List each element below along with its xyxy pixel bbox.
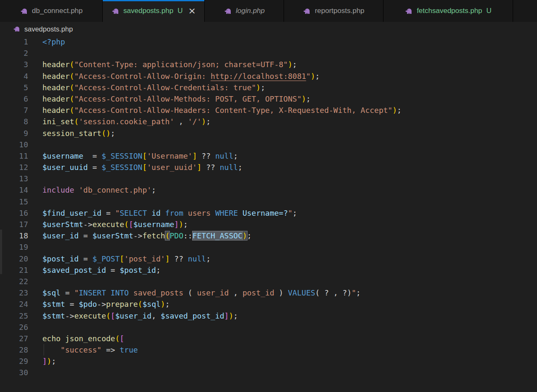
line-number: 8 bbox=[0, 116, 42, 127]
git-untracked-badge: U bbox=[486, 7, 491, 15]
code-line[interactable]: 2 bbox=[0, 47, 537, 59]
code-line[interactable]: 28 "success" => true bbox=[0, 344, 537, 355]
line-number: 7 bbox=[0, 105, 42, 116]
indent-guide bbox=[44, 344, 44, 355]
tab-label: fetchsavedposts.php bbox=[417, 7, 482, 15]
line-number: 16 bbox=[0, 207, 42, 219]
php-elephant-icon bbox=[111, 8, 120, 15]
code-line[interactable]: 14include 'db_connect.php'; bbox=[0, 184, 537, 196]
line-number: 10 bbox=[0, 139, 42, 150]
code-editor[interactable]: 1<?php23header("Content-Type: applicatio… bbox=[0, 36, 537, 392]
tab-label: login.php bbox=[236, 7, 265, 15]
line-number: 14 bbox=[0, 184, 42, 196]
code-line[interactable]: 6header("Access-Control-Allow-Methods: P… bbox=[0, 93, 537, 105]
tab-reportposts-php[interactable]: reportposts.php bbox=[284, 0, 383, 22]
line-number: 25 bbox=[0, 310, 42, 321]
php-elephant-icon bbox=[224, 8, 232, 15]
line-number: 2 bbox=[0, 47, 42, 59]
code-line[interactable]: 29]); bbox=[0, 355, 537, 367]
line-number: 26 bbox=[0, 321, 42, 333]
code-line[interactable]: 23$sql = "INSERT INTO saved_posts ( user… bbox=[0, 287, 537, 298]
code-line[interactable]: 9session_start(); bbox=[0, 128, 537, 139]
line-number: 20 bbox=[0, 253, 42, 264]
code-line[interactable]: 19 bbox=[0, 241, 537, 253]
line-number: 11 bbox=[0, 150, 42, 162]
line-number: 5 bbox=[0, 82, 42, 93]
tab-label: savedposts.php bbox=[123, 7, 173, 15]
line-number: 23 bbox=[0, 287, 42, 298]
php-elephant-icon bbox=[13, 26, 21, 32]
code-line[interactable]: 4header("Access-Control-Allow-Origin: ht… bbox=[0, 71, 537, 82]
left-edge-decoration bbox=[0, 230, 2, 274]
line-number: 30 bbox=[0, 367, 42, 378]
code-line[interactable]: 17$userStmt->execute([$username]); bbox=[0, 219, 537, 230]
tab-label: reportposts.php bbox=[315, 7, 364, 15]
code-line[interactable]: 27echo json_encode([ bbox=[0, 333, 537, 344]
code-line[interactable]: 24$stmt = $pdo->prepare($sql); bbox=[0, 298, 537, 310]
breadcrumb-file[interactable]: savedposts.php bbox=[24, 25, 73, 33]
git-untracked-badge: U bbox=[177, 7, 182, 15]
code-line[interactable]: 1<?php bbox=[0, 36, 537, 47]
code-line[interactable]: 21$saved_post_id = $post_id; bbox=[0, 264, 537, 276]
code-line[interactable]: 16$find_user_id = "SELECT id from users … bbox=[0, 207, 537, 219]
line-number: 13 bbox=[0, 173, 42, 184]
line-number: 27 bbox=[0, 333, 42, 344]
code-line[interactable]: 7header("Access-Control-Allow-Headers: C… bbox=[0, 105, 537, 116]
code-line[interactable]: 11$username = $_SESSION['Username'] ?? n… bbox=[0, 150, 537, 162]
line-number: 19 bbox=[0, 241, 42, 253]
code-line[interactable]: 12$user_uuid = $_SESSION['user_uuid'] ??… bbox=[0, 162, 537, 173]
code-line[interactable]: 25$stmt->execute([$user_id, $saved_post_… bbox=[0, 310, 537, 321]
line-number: 29 bbox=[0, 355, 42, 367]
vscode-editor-window: { "tabs": [ {"label": "db_connect.php", … bbox=[0, 0, 537, 392]
tab-fetchsavedposts-php[interactable]: fetchsavedposts.php U bbox=[383, 0, 513, 22]
line-number: 24 bbox=[0, 298, 42, 310]
code-line[interactable]: 3header("Content-Type: application/json;… bbox=[0, 59, 537, 70]
line-number: 4 bbox=[0, 71, 42, 82]
code-line[interactable]: 18$user_id = $userStmt->fetch(PDO::FETCH… bbox=[0, 230, 537, 241]
code-line[interactable]: 20$post_id = $_POST['post_id'] ?? null; bbox=[0, 253, 537, 264]
line-number: 18 bbox=[0, 230, 42, 241]
line-number: 22 bbox=[0, 276, 42, 287]
code-lines: 1<?php23header("Content-Type: applicatio… bbox=[0, 36, 537, 379]
close-icon[interactable]: × bbox=[188, 6, 196, 16]
tab-db-connect-php[interactable]: db_connect.php bbox=[0, 0, 103, 22]
line-number: 12 bbox=[0, 162, 42, 173]
breadcrumb[interactable]: savedposts.php bbox=[0, 22, 537, 36]
code-line[interactable]: 22 bbox=[0, 276, 537, 287]
php-elephant-icon bbox=[404, 8, 413, 15]
php-elephant-icon bbox=[20, 8, 28, 15]
line-number: 17 bbox=[0, 219, 42, 230]
tab-bar: db_connect.php savedposts.php U × login.… bbox=[0, 0, 537, 22]
line-number: 21 bbox=[0, 264, 42, 276]
code-line[interactable]: 26 bbox=[0, 321, 537, 333]
code-line[interactable]: 10 bbox=[0, 139, 537, 150]
line-number: 6 bbox=[0, 93, 42, 105]
line-number: 15 bbox=[0, 196, 42, 207]
code-line[interactable]: 30 bbox=[0, 367, 537, 378]
code-line[interactable]: 13 bbox=[0, 173, 537, 184]
code-line[interactable]: 15 bbox=[0, 196, 537, 207]
code-line[interactable]: 8ini_set('session.cookie_path' , '/'); bbox=[0, 116, 537, 127]
php-elephant-icon bbox=[302, 8, 311, 15]
line-number: 1 bbox=[0, 36, 42, 47]
line-number: 3 bbox=[0, 59, 42, 70]
line-number: 28 bbox=[0, 344, 42, 355]
tab-savedposts-php[interactable]: savedposts.php U × bbox=[103, 0, 205, 22]
tab-label: db_connect.php bbox=[32, 7, 83, 15]
tab-login-php[interactable]: login.php bbox=[205, 0, 284, 22]
line-number: 9 bbox=[0, 128, 42, 139]
code-line[interactable]: 5header("Access-Control-Allow-Credential… bbox=[0, 82, 537, 93]
